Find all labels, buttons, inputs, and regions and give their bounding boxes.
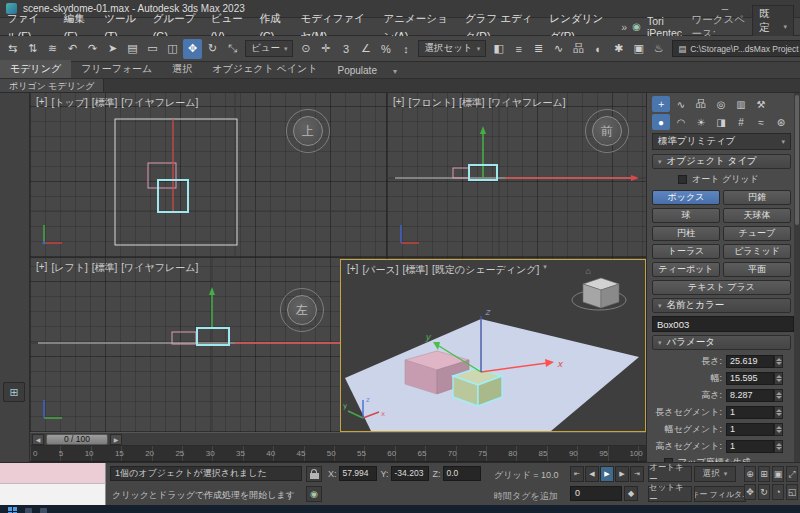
previous-frame-button[interactable]: ◀ xyxy=(585,466,599,482)
undo-icon[interactable]: ↶ xyxy=(63,39,82,59)
viewport-label-token[interactable]: [標準] xyxy=(459,96,485,110)
viewport-label-token[interactable]: [+] xyxy=(36,261,47,275)
viewport-label-token[interactable]: [ワイヤフレーム] xyxy=(488,96,565,110)
go-to-end-button[interactable]: ⇥ xyxy=(630,466,644,482)
pan-icon[interactable]: ✥ xyxy=(744,484,756,500)
reference-coordinate-dropdown[interactable]: ビュー ▾ xyxy=(245,40,293,57)
align-icon[interactable]: ≡ xyxy=(509,39,528,59)
viewport-compass-top[interactable]: 上 xyxy=(286,109,330,153)
primitive-category-dropdown[interactable]: 標準プリミティブ ▾ xyxy=(652,133,791,150)
tube-button[interactable]: チューブ xyxy=(723,226,791,241)
viewport-label-token[interactable]: [+] xyxy=(36,96,47,110)
space-warps-category-icon[interactable]: ≈ xyxy=(752,114,770,130)
spinner-control[interactable] xyxy=(774,389,783,402)
window-crossing-toggle-icon[interactable]: ◫ xyxy=(163,39,182,59)
spinner-control[interactable] xyxy=(774,440,783,453)
time-slider-track[interactable]: ◀ 0 / 100 ▶ xyxy=(30,432,646,446)
select-and-link-icon[interactable]: ⇆ xyxy=(3,39,22,59)
parameter-value-field[interactable]: 25.619 xyxy=(726,355,774,368)
parameter-value-field[interactable]: 1 xyxy=(726,406,774,419)
redo-icon[interactable]: ↷ xyxy=(83,39,102,59)
coordinate-field[interactable]: 57.994 xyxy=(339,466,377,481)
rollout-object-type[interactable]: ▾ オブジェクト タイプ xyxy=(652,154,791,169)
current-frame-field[interactable]: 0 xyxy=(570,486,622,501)
geosphere-button[interactable]: 天球体 xyxy=(723,208,791,223)
ribbon-chevron-down-icon[interactable]: ▾ xyxy=(387,65,403,78)
select-and-rotate-icon[interactable]: ↻ xyxy=(203,39,222,59)
ribbon-tab[interactable]: モデリング xyxy=(0,60,71,78)
ribbon-tab[interactable]: フリーフォーム xyxy=(71,60,162,78)
select-object-icon[interactable]: ➤ xyxy=(103,39,122,59)
unlink-selection-icon[interactable]: ⇅ xyxy=(23,39,42,59)
cone-button[interactable]: 円錐 xyxy=(723,190,791,205)
helpers-category-icon[interactable]: # xyxy=(732,114,750,130)
viewport-layout-button[interactable]: ⊞ xyxy=(3,382,25,402)
hierarchy-tab-icon[interactable]: 品 xyxy=(692,96,710,112)
viewport-top[interactable]: [+][トップ][標準][ワイヤフレーム] 上 xyxy=(30,93,386,257)
lights-category-icon[interactable]: ☀ xyxy=(692,114,710,130)
key-selection-dropdown[interactable]: 選択 ▾ xyxy=(694,466,736,482)
zoom-all-icon[interactable]: ⊞ xyxy=(758,466,770,482)
viewport-label-token[interactable]: [標準] xyxy=(92,261,118,275)
select-and-move-icon[interactable]: ✥ xyxy=(183,39,202,59)
parameter-value-field[interactable]: 1 xyxy=(726,440,774,453)
systems-category-icon[interactable]: ⊛ xyxy=(772,114,790,130)
next-frame-button[interactable]: ▶ xyxy=(615,466,629,482)
viewport-label-token[interactable]: [ワイヤフレーム] xyxy=(121,261,198,275)
set-key-button[interactable]: セットキー xyxy=(648,486,692,502)
angle-snap-icon[interactable]: ∠ xyxy=(356,39,375,59)
orbit-icon[interactable]: ↻ xyxy=(758,484,770,500)
menu-overflow-button[interactable]: » xyxy=(616,21,632,33)
windows-start-icon[interactable] xyxy=(8,507,17,513)
field-of-view-icon[interactable]: ◔ xyxy=(772,484,784,500)
ribbon-tab[interactable]: Populate xyxy=(327,63,386,78)
zoom-extents-icon[interactable]: ▣ xyxy=(772,466,784,482)
cameras-category-icon[interactable]: ◨ xyxy=(712,114,730,130)
coordinate-field[interactable]: -34.203 xyxy=(391,466,429,481)
plane-button[interactable]: 平面 xyxy=(723,262,791,277)
taskbar-app-icon[interactable] xyxy=(40,508,47,513)
snaps-toggle-icon[interactable]: 3 xyxy=(336,39,355,59)
bind-to-space-warp-icon[interactable]: ≋ xyxy=(43,39,62,59)
viewport-label-token[interactable]: [標準] xyxy=(402,263,428,277)
chevron-down-icon[interactable]: ▾ xyxy=(543,263,547,277)
key-mode-toggle[interactable]: ◆ xyxy=(624,486,638,501)
zoom-icon[interactable]: ⊕ xyxy=(744,466,756,482)
use-pivot-center-icon[interactable]: ⊙ xyxy=(296,39,315,59)
schematic-view-icon[interactable]: 品 xyxy=(569,39,588,59)
go-to-start-button[interactable]: ⇤ xyxy=(570,466,584,482)
rollout-name-color[interactable]: ▾ 名前とカラー xyxy=(652,298,791,313)
spinner-control[interactable] xyxy=(774,372,783,385)
pyramid-button[interactable]: ピラミッド xyxy=(723,244,791,259)
viewport-front[interactable]: [+][フロント][標準][ワイヤフレーム] 前 xyxy=(387,93,646,257)
select-and-scale-icon[interactable]: ⤡ xyxy=(223,39,242,59)
display-tab-icon[interactable]: ▥ xyxy=(732,96,750,112)
box-button[interactable]: ボックス xyxy=(652,190,720,205)
viewport-label-token[interactable]: [レフト] xyxy=(51,261,87,275)
viewport-label-token[interactable]: [+] xyxy=(393,96,404,110)
torus-button[interactable]: トーラス xyxy=(652,244,720,259)
shapes-category-icon[interactable]: ◠ xyxy=(672,114,690,130)
motion-tab-icon[interactable]: ◎ xyxy=(712,96,730,112)
zoom-extents-all-icon[interactable]: ⤢ xyxy=(786,466,798,482)
viewport-compass-front[interactable]: 前 xyxy=(585,109,629,153)
isolate-selection-toggle[interactable]: ◉ xyxy=(306,486,322,502)
rendered-frame-icon[interactable]: ▣ xyxy=(629,39,648,59)
spinner-control[interactable] xyxy=(774,423,783,436)
named-selection-sets-field[interactable]: 選択セット ▾ xyxy=(418,40,486,57)
sphere-button[interactable]: 球 xyxy=(652,208,720,223)
parameter-value-field[interactable]: 1 xyxy=(726,423,774,436)
previous-frame-arrow[interactable]: ◀ xyxy=(32,434,44,445)
viewport-left[interactable]: [+][レフト][標準][ワイヤフレーム] 左 xyxy=(30,258,386,432)
spinner-snap-icon[interactable]: ↕ xyxy=(396,39,415,59)
ribbon-tab[interactable]: 選択 xyxy=(162,60,202,78)
viewport-label-token[interactable]: [標準] xyxy=(92,96,118,110)
autogrid-checkbox[interactable] xyxy=(678,175,687,184)
select-by-name-icon[interactable]: ▤ xyxy=(123,39,142,59)
polygon-modeling-tab[interactable]: ポリゴン モデリング xyxy=(0,79,104,92)
auto-key-button[interactable]: オートキー xyxy=(648,466,692,482)
utilities-tab-icon[interactable]: ⚒ xyxy=(752,96,770,112)
next-frame-arrow[interactable]: ▶ xyxy=(110,434,122,445)
viewcube-home-icon[interactable]: ⌂ xyxy=(586,266,591,276)
track-bar-ruler[interactable]: 0510152025303540455055606570758085909510… xyxy=(30,446,646,462)
